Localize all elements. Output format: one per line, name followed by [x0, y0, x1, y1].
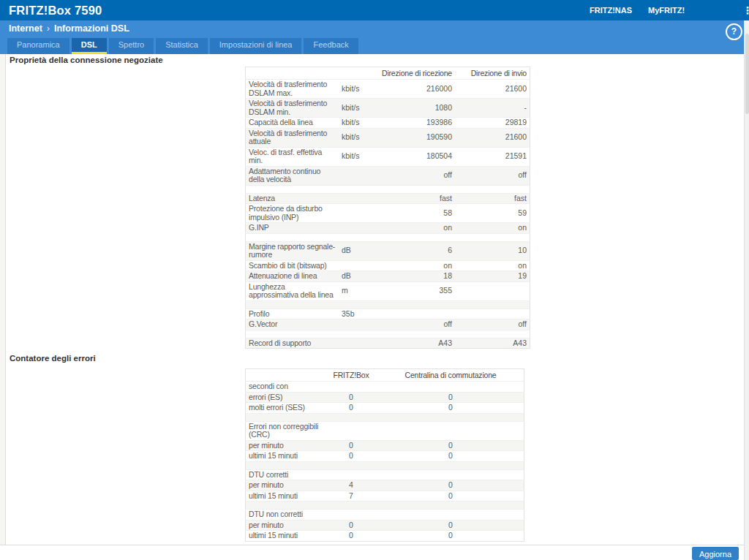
fritzbox-dsl-page: FRITZ!Box 7590 FRITZ!NAS MyFRITZ! ⋮ Inte… [0, 0, 749, 560]
table-row [246, 185, 530, 193]
table-cell: kbit/s [339, 99, 372, 118]
table-cell: 0 [325, 392, 377, 403]
table-cell [455, 300, 530, 309]
tab-panoramica[interactable]: Panoramica [7, 38, 69, 54]
table-cell: Velocità di trasferimento attuale [246, 128, 339, 147]
table-cell: 0 [377, 480, 524, 491]
table-cell: per minuto [246, 480, 325, 491]
connection-properties-table-wrap: Direzione di ricezioneDirezione di invio… [245, 67, 530, 349]
tab-impostazioni-di-linea[interactable]: Impostazioni di linea [210, 38, 302, 54]
table-cell: 0 [377, 451, 524, 462]
breadcrumb-separator: › [47, 23, 50, 34]
table-cell [339, 330, 372, 338]
table-cell: 180504 [372, 147, 455, 166]
table-cell: 19 [455, 271, 530, 282]
table-header-row: Direzione di ricezioneDirezione di invio [246, 67, 530, 80]
table-cell [455, 309, 530, 319]
navigation-band: Internet›Informazioni DSL ? Panoramica D… [0, 20, 749, 54]
tab-bar: Panoramica DSL Spettro Statistica Impost… [7, 38, 361, 54]
table-cell: m [339, 281, 372, 300]
table-cell [372, 309, 455, 319]
error-counter-table-wrap: FRITZ!BoxCentralina di commutazionesecon… [245, 368, 524, 542]
top-bar: FRITZ!Box 7590 FRITZ!NAS MyFRITZ! ⋮ [0, 0, 749, 20]
table-row: Veloc. di trasf. effettiva min.kbit/s180… [246, 147, 530, 166]
error-counter-table: FRITZ!BoxCentralina di commutazionesecon… [245, 368, 524, 542]
table-cell: 0 [325, 440, 377, 451]
table-cell: fast [455, 193, 530, 204]
table-cell: ultimi 15 minuti [246, 491, 325, 502]
table-cell [246, 461, 325, 469]
table-cell: DTU non corretti [246, 510, 325, 521]
scrollbar-thumb[interactable] [745, 34, 749, 114]
table-cell [372, 300, 455, 309]
tab-feedback[interactable]: Feedback [304, 38, 358, 54]
table-cell [246, 330, 339, 338]
breadcrumb-section[interactable]: Internet [9, 23, 42, 34]
table-cell: A43 [455, 338, 530, 349]
table-row: Attenuazione di lineadB1819 [246, 271, 530, 282]
table-cell: ultimi 15 minuti [246, 451, 325, 462]
column-header: FRITZ!Box [325, 369, 377, 382]
column-header [339, 67, 372, 80]
table-row: per minuto00 [246, 440, 524, 451]
table-cell [325, 421, 377, 440]
vertical-scrollbar[interactable] [744, 20, 749, 560]
table-cell: off [455, 319, 530, 330]
table-cell: per minuto [246, 440, 325, 451]
table-cell: 59 [455, 204, 530, 223]
fritznas-link[interactable]: FRITZ!NAS [590, 0, 632, 20]
tab-spettro[interactable]: Spettro [109, 38, 154, 54]
app-title: FRITZ!Box 7590 [9, 0, 102, 20]
table-cell: kbit/s [339, 118, 372, 129]
table-cell: - [455, 99, 530, 118]
table-row: Velocità di trasferimento attualekbit/s1… [246, 128, 530, 147]
table-row: Latenzafastfast [246, 193, 530, 204]
table-cell: 21591 [455, 147, 530, 166]
table-header-row: FRITZ!BoxCentralina di commutazione [246, 369, 524, 382]
table-cell: 0 [377, 531, 524, 542]
table-cell [325, 413, 377, 421]
table-row: molti errori (SES)00 [246, 403, 524, 414]
table-row: Protezione da disturbo impulsivo (INP)58… [246, 204, 530, 223]
table-row: DTU corretti [246, 469, 524, 480]
table-row: secondi con [246, 382, 524, 393]
table-cell: 190590 [372, 128, 455, 147]
table-cell: kbit/s [339, 128, 372, 147]
column-header [246, 369, 325, 382]
tab-dsl[interactable]: DSL [72, 38, 107, 54]
kebab-menu-icon[interactable]: ⋮ [739, 0, 749, 20]
help-icon[interactable]: ? [726, 23, 742, 40]
table-cell: 0 [325, 403, 377, 414]
table-cell: G.Vector [246, 319, 339, 330]
refresh-button[interactable]: Aggiorna [692, 547, 739, 560]
table-cell [339, 223, 372, 234]
myfritz-link[interactable]: MyFRITZ! [648, 0, 685, 20]
table-cell: 193986 [372, 118, 455, 129]
table-cell [377, 502, 524, 510]
table-row: Errori non correggibili (CRC) [246, 421, 524, 440]
table-cell: on [372, 223, 455, 234]
left-gutter [0, 54, 6, 560]
table-cell [339, 338, 372, 349]
table-row: Lunghezza approssimativa della lineam355 [246, 281, 530, 300]
table-row: ultimi 15 minuti00 [246, 531, 524, 542]
table-cell: Lunghezza approssimativa della linea [246, 281, 339, 300]
table-cell [246, 300, 339, 309]
table-cell: Latenza [246, 193, 339, 204]
tab-statistica[interactable]: Statistica [156, 38, 208, 54]
table-row: DTU non corretti [246, 510, 524, 521]
table-cell [339, 166, 372, 185]
table-cell: dB [339, 271, 372, 282]
table-row: Capacità della lineakbit/s19398629819 [246, 118, 530, 129]
table-cell [377, 382, 524, 393]
table-cell: 10 [455, 241, 530, 260]
table-cell: Profilo [246, 309, 339, 319]
table-row [246, 413, 524, 421]
breadcrumb: Internet›Informazioni DSL [9, 23, 129, 34]
table-cell: per minuto [246, 520, 325, 531]
table-cell: 355 [372, 281, 455, 300]
table-cell: 29819 [455, 118, 530, 129]
table-cell: on [372, 260, 455, 271]
breadcrumb-page: Informazioni DSL [54, 23, 129, 34]
table-cell: 0 [377, 392, 524, 403]
